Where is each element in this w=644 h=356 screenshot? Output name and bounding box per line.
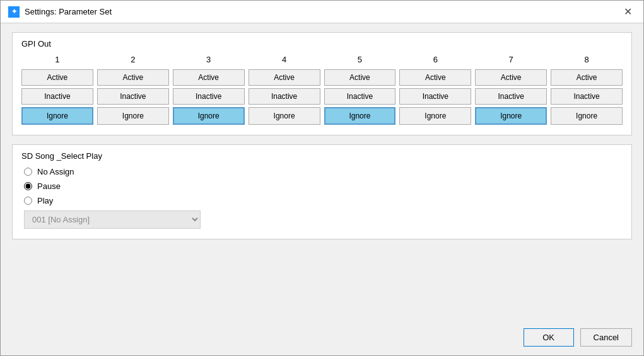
gpi-out-section: GPI Out 1 2 3 4 5 6 7 8 Active Active Ac…: [12, 32, 632, 135]
gpi-col-5: 5: [324, 55, 396, 67]
gpi-col-2: 2: [97, 55, 169, 67]
radio-pause[interactable]: Pause: [24, 181, 623, 191]
gpi-1-ignore[interactable]: Ignore: [21, 107, 93, 125]
title-bar-left: ✦ Settings: Parameter Set: [8, 6, 112, 18]
title-bar: ✦ Settings: Parameter Set ✕: [1, 1, 643, 23]
radio-pause-input[interactable]: [24, 182, 32, 190]
app-icon: ✦: [8, 6, 20, 18]
gpi-3-inactive[interactable]: Inactive: [173, 88, 245, 105]
gpi-col-1: 1: [21, 55, 93, 67]
gpi-3-active[interactable]: Active: [173, 69, 245, 86]
gpi-6-active[interactable]: Active: [399, 69, 471, 86]
gpi-2-ignore[interactable]: Ignore: [97, 107, 169, 125]
gpi-col-3: 3: [173, 55, 245, 67]
gpi-out-title: GPI Out: [21, 39, 623, 49]
gpi-4-active[interactable]: Active: [249, 69, 320, 86]
song-section-title: SD Song _Select Play: [21, 151, 623, 161]
gpi-7-inactive[interactable]: Inactive: [475, 88, 547, 105]
gpi-8-inactive[interactable]: Inactive: [551, 88, 623, 105]
gpi-2-active[interactable]: Active: [97, 69, 169, 86]
gpi-col-7: 7: [475, 55, 547, 67]
gpi-8-ignore[interactable]: Ignore: [551, 107, 623, 125]
settings-dialog: ✦ Settings: Parameter Set ✕ GPI Out 1 2 …: [0, 0, 644, 356]
dialog-title: Settings: Parameter Set: [25, 7, 112, 16]
radio-no-assign[interactable]: No Assign: [24, 167, 623, 176]
cancel-button[interactable]: Cancel: [580, 328, 632, 347]
radio-play[interactable]: Play: [24, 196, 623, 205]
gpi-5-inactive[interactable]: Inactive: [324, 88, 396, 105]
dialog-body: GPI Out 1 2 3 4 5 6 7 8 Active Active Ac…: [1, 23, 643, 322]
radio-no-assign-input[interactable]: [24, 168, 32, 176]
gpi-6-ignore[interactable]: Ignore: [399, 107, 471, 125]
song-select-dropdown[interactable]: 001 [No Assign]: [24, 210, 201, 229]
gpi-col-8: 8: [551, 55, 623, 67]
gpi-2-inactive[interactable]: Inactive: [97, 88, 169, 105]
gpi-6-inactive[interactable]: Inactive: [399, 88, 471, 105]
gpi-col-6: 6: [399, 55, 471, 67]
gpi-grid: 1 2 3 4 5 6 7 8 Active Active Active Act…: [21, 55, 623, 125]
radio-group: No Assign Pause Play: [21, 167, 623, 205]
gpi-7-active[interactable]: Active: [475, 69, 547, 86]
dialog-footer: OK Cancel: [1, 322, 643, 355]
close-button[interactable]: ✕: [620, 6, 636, 18]
dropdown-row: 001 [No Assign]: [21, 210, 623, 229]
gpi-col-4: 4: [249, 55, 320, 67]
radio-no-assign-label: No Assign: [37, 167, 74, 176]
gpi-3-ignore[interactable]: Ignore: [173, 107, 245, 125]
radio-pause-label: Pause: [37, 181, 61, 191]
gpi-7-ignore[interactable]: Ignore: [475, 107, 547, 125]
gpi-8-active[interactable]: Active: [551, 69, 623, 86]
song-select-section: SD Song _Select Play No Assign Pause Pla…: [12, 144, 632, 239]
ok-button[interactable]: OK: [524, 328, 574, 347]
gpi-5-active[interactable]: Active: [324, 69, 396, 86]
gpi-4-inactive[interactable]: Inactive: [249, 88, 320, 105]
gpi-1-active[interactable]: Active: [21, 69, 93, 86]
gpi-5-ignore[interactable]: Ignore: [324, 107, 396, 125]
gpi-4-ignore[interactable]: Ignore: [249, 107, 320, 125]
radio-play-label: Play: [37, 196, 53, 205]
radio-play-input[interactable]: [24, 197, 32, 205]
gpi-1-inactive[interactable]: Inactive: [21, 88, 93, 105]
